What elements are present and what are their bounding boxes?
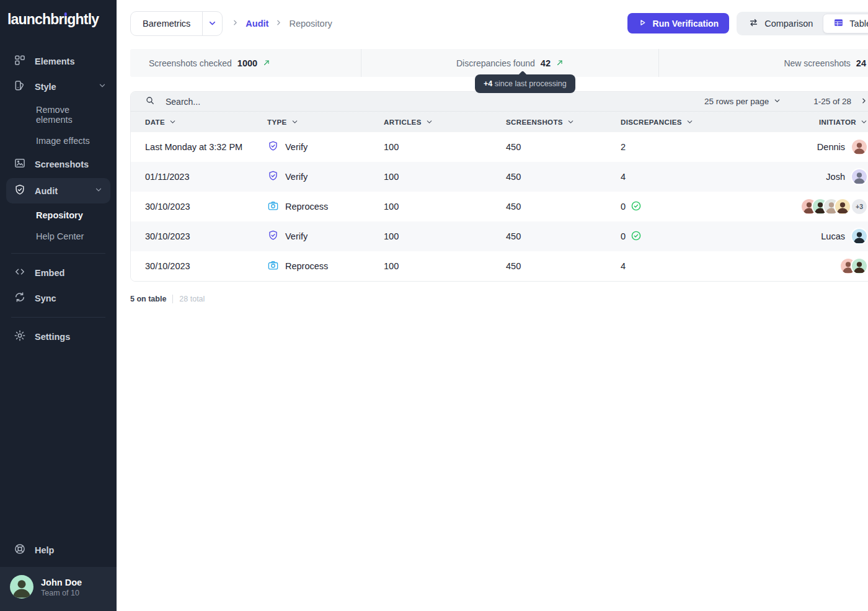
cell-type: Verify xyxy=(267,170,384,184)
sidebar: launchbrıghtly Elements Style Remove ele… xyxy=(0,0,117,611)
search-input[interactable] xyxy=(166,97,364,107)
chevron-down-icon[interactable] xyxy=(202,12,222,35)
user-avatar xyxy=(10,575,33,599)
sidebar-item-style[interactable]: Style xyxy=(0,74,117,99)
column-header-type[interactable]: TYPE xyxy=(267,118,384,126)
column-header-screenshots[interactable]: SCREENSHOTS xyxy=(506,118,621,126)
sidebar-item-remove-elements[interactable]: Remove elements xyxy=(0,99,117,130)
project-selector[interactable]: Baremetrics xyxy=(130,11,223,36)
sort-icon xyxy=(567,118,575,126)
sidebar-item-help[interactable]: Help xyxy=(0,537,117,567)
sidebar-item-audit[interactable]: Audit xyxy=(6,178,110,203)
sidebar-item-label: Sync xyxy=(35,293,56,303)
cell-date: 30/10/2023 xyxy=(145,202,267,212)
cell-discrepancies: 4 xyxy=(621,261,800,271)
sidebar-item-help-center[interactable]: Help Center xyxy=(0,226,117,247)
rows-on-table-count: 5 on table xyxy=(130,295,166,303)
cell-initiator: +3 xyxy=(800,198,868,215)
footer-divider xyxy=(172,295,173,303)
table-row[interactable]: 01/11/2023 Verify 100 450 4 Josh xyxy=(131,162,868,192)
user-team: Team of 10 xyxy=(41,589,82,597)
column-header-initiator[interactable]: INITIATOR xyxy=(819,118,868,126)
table-row[interactable]: 30/10/2023 Reprocess 100 450 0 +3 xyxy=(131,192,868,221)
rows-per-page-select[interactable]: 25 rows per page xyxy=(704,97,781,107)
swap-arrows-icon xyxy=(748,17,759,30)
stat-label: New screenshots xyxy=(784,58,850,68)
run-verification-button[interactable]: Run Verification xyxy=(627,13,730,33)
column-header-date[interactable]: DATE xyxy=(145,118,267,126)
table-label: Table xyxy=(849,19,868,29)
sidebar-item-label: Elements xyxy=(35,56,74,66)
column-header-articles[interactable]: ARTICLES xyxy=(384,118,506,126)
next-page-button[interactable] xyxy=(860,97,868,107)
sidebar-item-embed[interactable]: Embed xyxy=(0,260,117,285)
table-toolbar: 25 rows per page 1-25 of 28 xyxy=(131,92,868,111)
app-root: launchbrıghtly Elements Style Remove ele… xyxy=(0,0,868,611)
shield-check-icon xyxy=(14,184,26,198)
chevron-right-icon xyxy=(275,18,283,29)
stat-screenshots-checked: Screenshots checked 1000 xyxy=(130,49,361,77)
shield-check-icon xyxy=(267,230,279,243)
cell-articles: 100 xyxy=(384,231,506,241)
trend-up-icon xyxy=(263,58,270,68)
user-card[interactable]: John Doe Team of 10 xyxy=(0,567,117,611)
cell-initiator: Lucas xyxy=(821,228,868,245)
comparison-toggle[interactable]: Comparison xyxy=(738,14,823,33)
cell-date: 30/10/2023 xyxy=(145,231,267,241)
sort-icon xyxy=(686,118,694,126)
sidebar-spacer xyxy=(0,349,117,537)
pagination-label: 1-25 of 28 xyxy=(813,97,851,106)
sort-icon xyxy=(169,118,177,126)
user-name: John Doe xyxy=(41,577,82,589)
avatar xyxy=(834,198,851,215)
gear-icon xyxy=(14,329,26,344)
avatar xyxy=(851,228,868,245)
sidebar-item-elements[interactable]: Elements xyxy=(0,48,117,74)
cell-type: Reprocess xyxy=(267,259,384,273)
sidebar-item-repository[interactable]: Repository xyxy=(0,205,117,226)
table-row[interactable]: 30/10/2023 Verify 100 450 0 Lucas xyxy=(131,221,868,251)
table-toggle[interactable]: Table xyxy=(823,14,868,33)
chevron-down-icon xyxy=(94,185,103,196)
avatar xyxy=(851,168,868,185)
sidebar-item-screenshots[interactable]: Screenshots xyxy=(0,151,117,177)
user-info: John Doe Team of 10 xyxy=(41,577,82,597)
tooltip-text: since last processing xyxy=(492,79,567,88)
chevron-down-icon xyxy=(98,81,107,92)
sidebar-item-settings[interactable]: Settings xyxy=(0,324,117,349)
chevron-right-icon xyxy=(231,18,239,29)
sidebar-item-sync[interactable]: Sync xyxy=(0,285,117,311)
sidebar-item-image-effects[interactable]: Image effects xyxy=(0,130,117,151)
check-circle-icon xyxy=(631,230,642,243)
breadcrumb-audit[interactable]: Audit xyxy=(246,19,268,29)
rows-per-page-label: 25 rows per page xyxy=(704,97,769,106)
stat-value: 1000 xyxy=(237,58,257,68)
camera-icon xyxy=(267,259,279,273)
brand-logo: launchbrıghtly xyxy=(0,0,117,37)
column-header-discrepancies[interactable]: DISCREPANCIES xyxy=(621,118,800,126)
cell-type: Reprocess xyxy=(267,200,384,213)
breadcrumb-repository: Repository xyxy=(289,19,332,29)
audit-table: 25 rows per page 1-25 of 28 DATE TYPE AR… xyxy=(130,91,868,282)
avatar-group xyxy=(800,198,851,215)
cell-initiator: Dennis xyxy=(817,138,868,156)
check-circle-icon xyxy=(631,200,642,213)
sidebar-item-label: Screenshots xyxy=(35,159,89,169)
table-row[interactable]: 30/10/2023 Reprocess 100 450 4 xyxy=(131,251,868,281)
avatar xyxy=(851,257,868,275)
breadcrumb: Audit Repository xyxy=(231,18,332,29)
table-footer: 5 on table 28 total xyxy=(130,295,868,303)
sort-icon xyxy=(425,118,433,126)
cell-screenshots: 450 xyxy=(506,142,621,152)
more-avatars-badge: +3 xyxy=(851,198,868,215)
sort-icon xyxy=(860,118,868,126)
initiator-name: Josh xyxy=(826,172,845,182)
stat-label: Screenshots checked xyxy=(149,58,232,68)
table-row[interactable]: Last Monday at 3:32 PM Verify 100 450 2 … xyxy=(131,132,868,162)
avatar xyxy=(851,138,868,156)
comparison-label: Comparison xyxy=(764,19,813,29)
stat-value: 24 xyxy=(856,58,866,68)
stats-bar-wrap: Screenshots checked 1000 Discrepancies f… xyxy=(130,49,868,77)
cell-screenshots: 450 xyxy=(506,202,621,212)
run-verification-label: Run Verification xyxy=(653,19,719,29)
